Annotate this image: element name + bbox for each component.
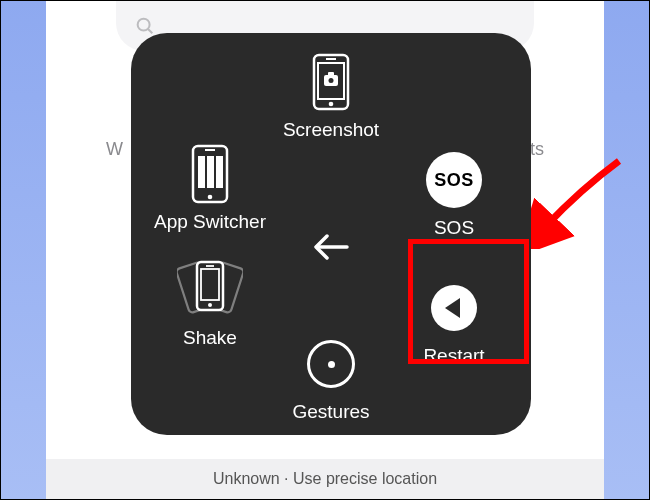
menu-item-shake[interactable]: Shake [145, 261, 275, 349]
arrow-left-icon [309, 225, 353, 269]
menu-item-app-switcher[interactable]: App Switcher [145, 145, 275, 233]
sos-icon: SOS [426, 151, 482, 209]
svg-rect-13 [207, 156, 214, 188]
menu-item-restart[interactable]: Restart [389, 279, 519, 367]
menu-item-screenshot[interactable]: Screenshot [266, 53, 396, 141]
gestures-label: Gestures [292, 401, 369, 423]
menu-item-sos[interactable]: SOS SOS [389, 151, 519, 239]
search-icon [134, 15, 156, 37]
bottom-status-text: Unknown · Use precise location [213, 470, 437, 488]
shake-label: Shake [183, 327, 237, 349]
svg-point-0 [138, 19, 150, 31]
restart-label: Restart [423, 345, 484, 367]
svg-point-4 [329, 102, 334, 107]
sos-label: SOS [434, 217, 474, 239]
svg-rect-14 [216, 156, 223, 188]
sos-badge: SOS [426, 152, 482, 208]
app-switcher-icon [189, 145, 231, 203]
menu-item-gestures[interactable]: Gestures [266, 335, 396, 423]
restart-icon [431, 279, 477, 337]
background-text-left: W [106, 139, 123, 160]
svg-point-19 [208, 303, 212, 307]
svg-rect-12 [198, 156, 205, 188]
svg-rect-7 [328, 72, 334, 76]
screenshot-icon [312, 53, 350, 111]
screenshot-label: Screenshot [283, 119, 379, 141]
app-switcher-label: App Switcher [154, 211, 266, 233]
back-button[interactable] [309, 225, 353, 269]
svg-point-8 [329, 78, 334, 83]
bottom-status-bar: Unknown · Use precise location [46, 459, 604, 499]
svg-line-1 [148, 29, 152, 33]
gestures-icon [307, 335, 355, 393]
svg-point-10 [208, 195, 213, 200]
assistivetouch-panel: Screenshot App Switcher SOS SOS [131, 33, 531, 435]
shake-icon [177, 261, 243, 319]
